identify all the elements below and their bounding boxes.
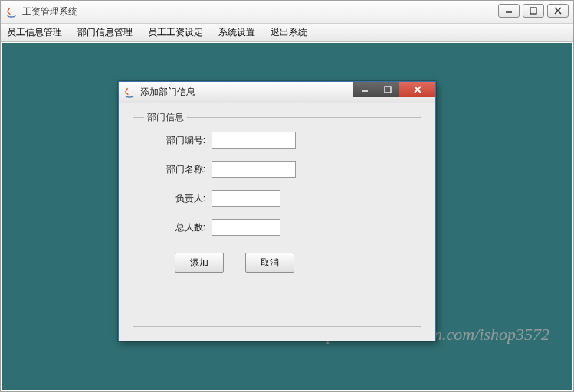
menu-dept-info[interactable]: 部门信息管理: [77, 26, 133, 39]
java-icon: [5, 6, 18, 18]
dialog-body: 部门信息 部门编号: 部门名称: 负责人: 总人数:: [119, 103, 435, 341]
dept-no-input[interactable]: [212, 132, 296, 149]
dialog-window-buttons: [353, 82, 435, 99]
form-row: 部门编号:: [152, 132, 402, 149]
dialog-maximize-button[interactable]: [376, 82, 399, 97]
dept-name-input[interactable]: [212, 161, 296, 178]
headcount-input[interactable]: [212, 219, 280, 236]
minimize-button[interactable]: [498, 4, 520, 18]
add-button[interactable]: 添加: [175, 253, 224, 273]
menu-salary-setting[interactable]: 员工工资设定: [148, 26, 203, 39]
close-button[interactable]: [547, 4, 569, 18]
manager-input[interactable]: [212, 190, 280, 207]
maximize-button[interactable]: [523, 4, 544, 18]
content-area: 统 https://www.huzhan.com/ishop3572 添加部门信…: [2, 43, 572, 390]
svg-rect-1: [530, 8, 536, 14]
dialog-close-button[interactable]: [399, 82, 435, 97]
dept-info-fieldset: 部门信息 部门编号: 部门名称: 负责人: 总人数:: [133, 117, 421, 327]
main-title: 工资管理系统: [22, 5, 77, 18]
main-window-buttons: [498, 4, 569, 18]
form-row: 总人数:: [152, 219, 402, 236]
menubar: 员工信息管理 部门信息管理 员工工资设定 系统设置 退出系统: [1, 24, 573, 42]
manager-label: 负责人:: [152, 192, 205, 205]
main-titlebar: 工资管理系统: [1, 1, 573, 24]
headcount-label: 总人数:: [152, 221, 205, 234]
java-icon: [123, 87, 136, 99]
dept-no-label: 部门编号:: [152, 134, 205, 147]
dialog-titlebar: 添加部门信息: [119, 82, 435, 103]
fieldset-legend: 部门信息: [144, 111, 187, 124]
menu-employee-info[interactable]: 员工信息管理: [7, 26, 62, 39]
menu-system-setting[interactable]: 系统设置: [218, 26, 255, 39]
main-window: 工资管理系统 员工信息管理 部门信息管理 员工工资设定 系统设置 退出系统 统 …: [0, 0, 574, 392]
svg-rect-5: [385, 87, 391, 93]
button-row: 添加 取消: [175, 253, 402, 273]
dialog-title: 添加部门信息: [140, 86, 195, 99]
add-dept-dialog: 添加部门信息 部门信息 部门编号: 部门名称:: [118, 81, 436, 341]
cancel-button[interactable]: 取消: [245, 253, 294, 273]
dialog-minimize-button[interactable]: [353, 82, 376, 97]
dept-name-label: 部门名称:: [152, 163, 205, 176]
form-row: 负责人:: [152, 190, 402, 207]
form-row: 部门名称:: [152, 161, 402, 178]
menu-exit[interactable]: 退出系统: [271, 26, 307, 39]
